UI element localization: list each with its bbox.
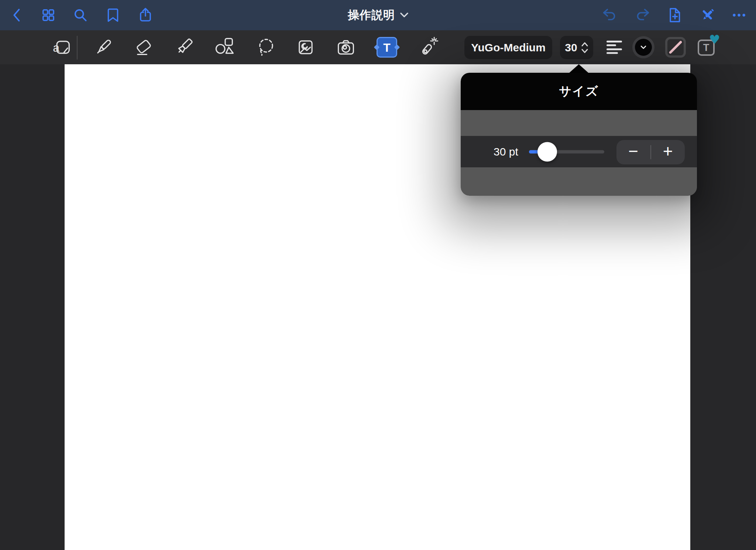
popover-band-top [461, 110, 697, 136]
align-bar [606, 52, 618, 54]
chevron-down-icon [640, 45, 646, 49]
text-color-button[interactable] [632, 36, 654, 58]
search-icon [72, 6, 89, 24]
pen-icon [92, 36, 114, 58]
image-icon [295, 36, 317, 58]
add-page-button[interactable] [666, 6, 684, 24]
size-popover: サイズ 30 pt − + [461, 64, 697, 196]
size-slider[interactable] [529, 136, 604, 167]
ellipsis-icon [730, 6, 748, 24]
goodnotes-app: 操作説明 [0, 0, 756, 550]
align-bar [606, 44, 616, 46]
more-button[interactable] [730, 6, 748, 24]
shapes-icon [214, 36, 236, 58]
font-button[interactable]: YuGo-Medium [464, 36, 552, 59]
undo-button[interactable] [601, 6, 619, 24]
grid-view-button[interactable] [39, 6, 57, 24]
text-tool-letter: T [383, 41, 391, 54]
undo-icon [601, 6, 619, 24]
size-value-label: 30 pt [494, 146, 518, 158]
back-button[interactable] [8, 6, 26, 24]
pen-tool-button[interactable] [92, 36, 114, 58]
no-fill-icon [667, 38, 684, 56]
text-alignment-button[interactable] [606, 41, 623, 54]
insert-image-button[interactable] [295, 36, 317, 58]
read-only-mode-icon: a [51, 36, 73, 58]
add-page-icon [666, 6, 684, 24]
read-only-mode-button[interactable]: a [51, 36, 73, 58]
align-bar [606, 41, 622, 42]
popover-header: サイズ [461, 73, 697, 110]
slider-thumb[interactable] [537, 142, 557, 161]
grid-view-icon [39, 6, 57, 24]
pencil-cross-icon [699, 6, 717, 24]
toolbar-divider [77, 36, 78, 59]
fill-color-button[interactable] [665, 37, 686, 58]
font-name-label: YuGo-Medium [471, 41, 546, 54]
svg-text:a: a [53, 41, 59, 54]
pen-mode-toggle-button[interactable] [699, 6, 717, 24]
lasso-tool-button[interactable] [255, 36, 277, 58]
camera-icon [335, 36, 357, 58]
popover-body: サイズ 30 pt − + [461, 73, 697, 196]
decrease-size-button[interactable]: − [616, 140, 650, 164]
document-title[interactable]: 操作説明 [346, 7, 410, 23]
popover-band-bottom [461, 167, 697, 196]
font-size-label: 30 [565, 41, 577, 54]
document-title-label: 操作説明 [348, 7, 395, 23]
size-stepper: − + [616, 140, 685, 164]
nav-bar: 操作説明 [0, 0, 756, 30]
favorite-text-style-button[interactable]: T ♥ [698, 38, 716, 57]
share-button[interactable] [137, 6, 154, 24]
increase-size-button[interactable]: + [651, 140, 685, 164]
laser-pointer-icon [416, 36, 439, 58]
highlighter-icon [173, 36, 195, 58]
size-slider-row: 30 pt − + [461, 136, 697, 167]
redo-icon [633, 6, 651, 24]
popover-arrow-icon [568, 64, 589, 74]
laser-pointer-button[interactable] [416, 36, 439, 58]
up-down-chevrons-icon [581, 41, 588, 54]
eraser-icon [133, 36, 155, 58]
text-color-swatch [635, 39, 652, 56]
align-bar [606, 48, 622, 50]
back-chevron-icon [8, 6, 26, 24]
camera-button[interactable] [335, 36, 357, 58]
highlighter-tool-button[interactable] [173, 36, 195, 58]
text-tool-button[interactable]: T [377, 37, 397, 58]
text-handle-left-icon [374, 44, 380, 50]
bookmark-button[interactable] [104, 6, 122, 24]
share-icon [137, 6, 154, 24]
tools-toolbar: a [0, 30, 756, 64]
shapes-tool-button[interactable] [214, 36, 236, 58]
popover-title: サイズ [559, 83, 598, 100]
eraser-tool-button[interactable] [133, 36, 155, 58]
lasso-icon [255, 36, 277, 58]
redo-button[interactable] [633, 6, 651, 24]
text-handle-right-icon [394, 44, 400, 50]
chevron-down-icon [400, 13, 408, 18]
heart-icon: ♥ [709, 33, 720, 46]
font-size-button[interactable]: 30 [560, 36, 593, 59]
bookmark-icon [104, 6, 122, 24]
search-button[interactable] [72, 6, 89, 24]
